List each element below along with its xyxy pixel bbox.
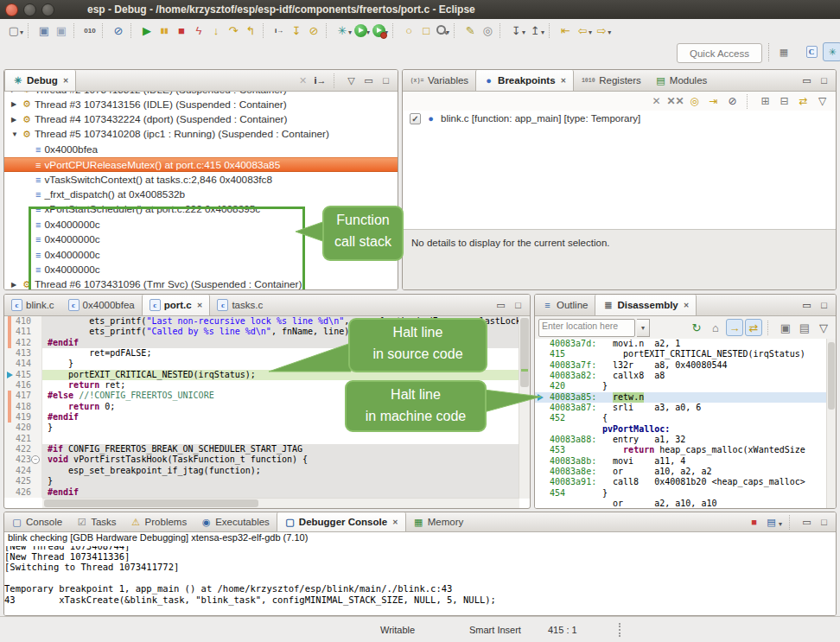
editor-line-424[interactable]: 424 esp_set_breakpoint_if_jtag(function)… bbox=[4, 466, 519, 476]
disassembly-line[interactable]: 40083a7d: movi.n a2, 1 bbox=[535, 339, 827, 349]
tab-debugger-console[interactable]: ▢ Debugger Console ✕ bbox=[277, 512, 406, 531]
scrollbar-thumb[interactable] bbox=[828, 342, 835, 410]
console-output[interactable]: [New Thread 1073408744][New Thread 10734… bbox=[4, 546, 836, 615]
open-new-view-icon[interactable]: ▣ bbox=[777, 319, 794, 336]
disassembly-line[interactable]: 40083a85: retw.n bbox=[535, 392, 827, 403]
tab-tasks[interactable]: ☑ Tasks bbox=[69, 512, 123, 531]
track-current-location-icon[interactable]: → bbox=[726, 319, 743, 336]
open-resource-icon[interactable]: □ bbox=[417, 22, 435, 39]
toggle-binary-icon[interactable]: 010 bbox=[81, 22, 99, 39]
close-tab-icon[interactable]: ✕ bbox=[392, 518, 398, 526]
maximize-icon[interactable]: □ bbox=[817, 73, 831, 88]
disassembly-line[interactable]: 40083a8b: movi a11, 4 bbox=[535, 456, 827, 467]
view-menu-icon[interactable]: ▽ bbox=[814, 93, 830, 109]
minimize-icon[interactable]: ▭ bbox=[493, 298, 508, 313]
disassembly-line[interactable]: 40083a87: srli a3, a0, 6 bbox=[535, 403, 827, 413]
disassembly-line[interactable]: 452{ bbox=[535, 413, 827, 423]
tab-registers[interactable]: 1010 Registers bbox=[574, 70, 648, 91]
debug-config-dropdown-icon[interactable]: ▾ bbox=[348, 29, 352, 36]
tab-console[interactable]: ▢ Console bbox=[4, 512, 69, 531]
pin-view-icon[interactable]: ▤ bbox=[796, 319, 813, 336]
terminate-icon[interactable]: ■ bbox=[747, 515, 761, 530]
show-breakpoints-supported-icon[interactable]: ◎ bbox=[686, 93, 703, 109]
save-all-icon[interactable]: ▣ bbox=[53, 22, 70, 39]
close-window-icon[interactable] bbox=[5, 3, 18, 16]
minimize-icon[interactable]: ▭ bbox=[799, 298, 814, 313]
location-input[interactable]: Enter location here bbox=[538, 319, 635, 337]
next-annotation-dropdown-icon[interactable]: ▾ bbox=[522, 29, 525, 36]
forward-dropdown-icon[interactable]: ▾ bbox=[608, 29, 611, 36]
tab-executables[interactable]: ◉ Executables bbox=[194, 512, 277, 531]
tab-blink-c[interactable]: c blink.c bbox=[4, 295, 61, 315]
expand-arrow-icon[interactable]: ▶ bbox=[11, 116, 19, 124]
close-tab-icon[interactable]: ✕ bbox=[63, 77, 69, 85]
expand-arrow-icon[interactable]: ▶ bbox=[11, 100, 19, 108]
debug-frame-row[interactable]: ≡_frxt_dispatch() at 0x4008532b bbox=[4, 187, 398, 201]
location-dropdown-icon[interactable]: ▾ bbox=[637, 319, 650, 337]
debug-thread-row[interactable]: ▼⚙Thread #5 1073410208 (ipc1 : Running) … bbox=[4, 127, 398, 142]
debug-thread-row[interactable]: ▶⚙Thread #6 1073431096 (Tmr Svc) (Suspen… bbox=[4, 277, 398, 289]
editor-vertical-scrollbar[interactable] bbox=[519, 316, 530, 499]
expand-arrow-icon[interactable]: ▶ bbox=[11, 92, 19, 93]
go-to-file-for-breakpoint-icon[interactable]: ⇥ bbox=[705, 93, 722, 109]
view-menu-icon[interactable]: ▽ bbox=[815, 319, 832, 336]
expand-arrow-icon[interactable]: ▶ bbox=[11, 281, 19, 289]
maximize-icon[interactable]: □ bbox=[379, 73, 393, 88]
minimize-icon[interactable]: ▭ bbox=[799, 73, 814, 88]
editor-line-421[interactable]: 421 bbox=[4, 434, 519, 444]
close-tab-icon[interactable]: ✕ bbox=[561, 77, 567, 85]
disassembly-line[interactable]: 40083a88: entry a1, 32 bbox=[535, 435, 827, 445]
external-tools-icon[interactable] bbox=[372, 24, 385, 37]
tab-problems[interactable]: ⚠ Problems bbox=[124, 512, 194, 531]
instruction-stepping-mode-icon[interactable]: i→ bbox=[313, 73, 328, 88]
skip-all-breakpoints-icon[interactable]: ⊘ bbox=[110, 22, 127, 39]
breakpoint-row[interactable]: ✓ ● blink.c [function: app_main] [type: … bbox=[403, 111, 836, 126]
previous-annotation-dropdown-icon[interactable]: ▾ bbox=[541, 29, 544, 36]
tab-memory[interactable]: ▦ Memory bbox=[406, 512, 471, 531]
cpp-perspective-icon[interactable]: C bbox=[802, 42, 821, 61]
disassembly-line[interactable]: 453 return heap_caps_malloc(xWantedSize bbox=[535, 445, 827, 455]
new-wizard-dropdown-icon[interactable]: ▾ bbox=[20, 29, 23, 36]
remove-all-breakpoints-icon[interactable]: ✕✕ bbox=[667, 93, 684, 109]
expand-arrow-icon[interactable]: ▼ bbox=[11, 130, 19, 138]
remove-selected-breakpoints-icon[interactable]: ✕ bbox=[648, 93, 665, 109]
save-icon[interactable]: ▣ bbox=[35, 22, 53, 39]
maximize-icon[interactable]: □ bbox=[511, 298, 525, 313]
tab-breakpoints[interactable]: ● Breakpoints ✕ bbox=[475, 70, 574, 91]
remove-all-terminated-icon[interactable]: ✕ bbox=[296, 73, 310, 88]
close-tab-icon[interactable]: ✕ bbox=[197, 302, 203, 309]
breakpoint-checkbox[interactable]: ✓ bbox=[410, 113, 421, 124]
disconnect-icon[interactable]: ϟ bbox=[190, 22, 207, 39]
resume-icon[interactable]: ▶ bbox=[138, 22, 156, 39]
maximize-window-icon[interactable] bbox=[41, 3, 54, 16]
view-menu-icon[interactable]: ▽ bbox=[344, 73, 359, 88]
minimize-icon[interactable]: ▭ bbox=[799, 515, 814, 530]
tab-port-c[interactable]: c port.c ✕ bbox=[142, 295, 211, 315]
suspend-icon[interactable]: ▮▮ bbox=[156, 22, 173, 39]
go-home-icon[interactable]: ⌂ bbox=[707, 319, 724, 336]
maximize-icon[interactable]: □ bbox=[817, 515, 831, 530]
debug-thread-row[interactable]: ▶⚙Thread #4 1073432224 (dport) (Suspende… bbox=[4, 111, 398, 126]
disassembly-line[interactable]: 415 portEXIT_CRITICAL_NESTED(irqStatus) bbox=[535, 349, 827, 359]
debug-thread-row[interactable]: ▶⚙Thread #3 1073413156 (IDLE) (Suspended… bbox=[4, 97, 398, 111]
minimize-icon[interactable]: ▭ bbox=[361, 73, 376, 88]
run-config-icon[interactable] bbox=[354, 24, 367, 37]
terminate-icon[interactable]: ■ bbox=[173, 22, 190, 39]
drop-to-frame-icon[interactable]: ↧ bbox=[288, 22, 305, 39]
editor-line-422[interactable]: 422#if CONFIG_FREERTOS_BREAK_ON_SCHEDULE… bbox=[4, 444, 519, 454]
step-over-icon[interactable]: ↷ bbox=[225, 22, 242, 39]
tab-disassembly[interactable]: ≣ Disassembly ✕ bbox=[595, 295, 697, 315]
link-with-debug-view-icon[interactable]: ⇄ bbox=[795, 93, 811, 109]
scrollbar-thumb[interactable] bbox=[44, 499, 258, 507]
disassembly-scrollbar[interactable] bbox=[826, 339, 836, 508]
profile-icon[interactable]: ◎ bbox=[479, 22, 496, 39]
tab-debug[interactable]: ✳ Debug ✕ bbox=[4, 70, 76, 91]
disassembly-code-area[interactable]: 40083a7d: movi.n a2, 1415 portEXIT_CRITI… bbox=[535, 339, 827, 508]
instruction-stepping-icon[interactable]: i→ bbox=[270, 22, 288, 39]
disassembly-line[interactable]: 40083a8e: or a10, a2, a2 bbox=[535, 467, 827, 477]
tab-modules[interactable]: ▤ Modules bbox=[648, 70, 714, 91]
debug-frame-row[interactable]: ≡0x4000000c bbox=[4, 262, 398, 277]
skip-all-breakpoints-icon[interactable]: ⊘ bbox=[724, 93, 741, 109]
toggle-mark-occurrences-icon[interactable]: ✎ bbox=[461, 22, 479, 39]
back-dropdown-icon[interactable]: ▾ bbox=[589, 29, 592, 36]
